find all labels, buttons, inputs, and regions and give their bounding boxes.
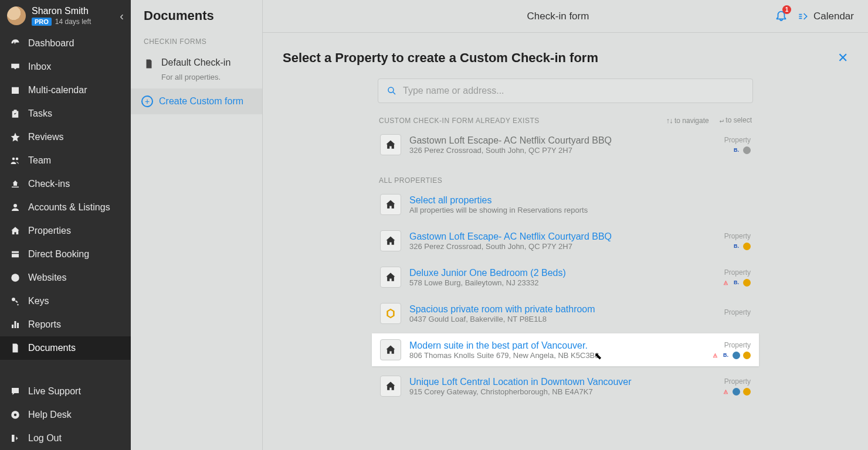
panel-section-label: CHECKIN FORMS	[131, 34, 262, 50]
source-b-icon: B.	[733, 243, 740, 250]
property-search-box[interactable]	[378, 79, 753, 103]
token-icon	[380, 303, 401, 324]
existing-property-row[interactable]: Gastown Loft Escape- AC Netflix Courtyar…	[378, 128, 753, 161]
svg-point-4	[14, 414, 17, 417]
nav-label: Log Out	[28, 433, 62, 444]
create-custom-form-button[interactable]: + Create Custom form	[131, 88, 262, 114]
nav-label: Keys	[28, 296, 49, 306]
nav-item-inbox[interactable]: Inbox	[0, 55, 131, 79]
nav-main: DashboardInboxMulti-calendarTasksReviews…	[0, 32, 131, 360]
nav-item-tasks[interactable]: Tasks	[0, 102, 131, 125]
content: Select a Property to create a Custom Che…	[263, 33, 868, 420]
profile-days: 14 days left	[55, 18, 91, 26]
nav-label: Live Support	[28, 386, 81, 397]
property-title: Unique Loft Central Location in Downtown…	[409, 377, 701, 387]
profile-block[interactable]: Sharon Smith PRO 14 days left ‹	[0, 0, 131, 32]
chevron-left-icon[interactable]: ‹	[120, 9, 124, 23]
source-b-icon: B.	[733, 279, 740, 287]
accounts-icon	[9, 202, 21, 213]
house-icon	[380, 230, 401, 251]
property-row[interactable]: Spacious private room with private bathr…	[378, 297, 753, 330]
house-icon	[380, 134, 401, 155]
keys-icon	[9, 295, 21, 307]
property-address: 915 Corey Gateway, Christopherborough, N…	[409, 387, 701, 396]
dashboard-icon	[9, 38, 21, 49]
source-tripadv-icon	[733, 352, 740, 359]
help-icon	[9, 409, 21, 421]
nav-label: Help Desk	[28, 410, 72, 420]
search-icon	[386, 86, 397, 96]
nav-item-reviews[interactable]: Reviews	[0, 125, 131, 149]
content-heading: Select a Property to create a Custom Che…	[283, 50, 838, 66]
nav-item-team[interactable]: Team	[0, 149, 131, 172]
nav-item-log-out[interactable]: Log Out	[0, 427, 131, 450]
nav-item-keys[interactable]: Keys	[0, 289, 131, 313]
nav-label: Dashboard	[28, 38, 74, 49]
property-address: 806 Thomas Knolls Suite 679, New Angela,…	[409, 351, 701, 360]
nav-item-accounts-listings[interactable]: Accounts & Listings	[0, 196, 131, 219]
team-icon	[9, 155, 21, 166]
select-all-row[interactable]: Select all properties All properties wil…	[378, 188, 753, 221]
nav-item-check-ins[interactable]: Check-ins	[0, 172, 131, 196]
source-air-icon: ◬	[722, 279, 730, 287]
source-gold-icon	[743, 279, 751, 287]
property-title: Deluxe Junior One Bedroom (2 Beds)	[409, 268, 701, 278]
nav-label: Websites	[28, 272, 67, 283]
nav-item-properties[interactable]: Properties	[0, 219, 131, 243]
nav-item-multi-calendar[interactable]: Multi-calendar	[0, 79, 131, 102]
property-address: 578 Lowe Burg, Baileytown, NJ 23332	[409, 278, 701, 287]
calendar-link[interactable]: Calendar	[797, 11, 854, 22]
chat-icon	[9, 386, 21, 397]
property-tag: Property	[710, 308, 751, 316]
property-row[interactable]: Gastown Loft Escape- AC Netflix Courtyar…	[378, 224, 753, 257]
profile-name: Sharon Smith	[32, 6, 114, 16]
property-row[interactable]: Modern suite in the best part of Vancouv…	[372, 333, 759, 366]
panel-title: Documents	[131, 0, 262, 34]
documents-icon	[9, 342, 21, 354]
nav-label: Reviews	[28, 132, 63, 142]
property-row[interactable]: Deluxe Junior One Bedroom (2 Beds)578 Lo…	[378, 261, 753, 294]
nav-item-reports[interactable]: Reports	[0, 313, 131, 336]
property-row[interactable]: Unique Loft Central Location in Downtown…	[378, 370, 753, 403]
property-search-input[interactable]	[403, 86, 744, 96]
nav-item-dashboard[interactable]: Dashboard	[0, 32, 131, 55]
documents-panel: Documents CHECKIN FORMS Default Check-in…	[131, 0, 263, 450]
reports-icon	[9, 319, 21, 330]
properties-icon	[9, 225, 21, 237]
nav-item-documents[interactable]: Documents	[0, 336, 131, 360]
topbar: Check-in form 1 Calendar	[263, 0, 868, 33]
notification-badge: 1	[782, 5, 791, 14]
all-properties-label: ALL PROPERTIES	[378, 176, 753, 185]
house-icon	[380, 194, 401, 215]
checkins-icon	[9, 178, 21, 190]
logout-icon	[9, 432, 21, 444]
star-icon	[9, 131, 21, 143]
nav-label: Accounts & Listings	[28, 202, 110, 213]
svg-point-2	[12, 298, 15, 301]
nav-label: Tasks	[28, 108, 52, 119]
nav-label: Multi-calendar	[28, 85, 87, 96]
directbooking-icon	[9, 248, 21, 260]
nav-item-live-support[interactable]: Live Support	[0, 380, 131, 403]
nav-item-websites[interactable]: Websites	[0, 266, 131, 289]
nav-label: Documents	[28, 343, 76, 353]
close-icon[interactable]: ✕	[838, 50, 848, 66]
document-icon	[144, 59, 154, 69]
source-gold-icon	[743, 243, 751, 250]
source-dot-icon	[743, 146, 751, 154]
source-icons: B.	[710, 146, 751, 154]
pro-badge: PRO	[32, 18, 52, 26]
property-tag: Property	[710, 268, 751, 277]
calendar-toggle-icon	[797, 11, 809, 22]
property-tag: Property	[710, 341, 751, 349]
notifications-button[interactable]: 1	[775, 9, 788, 23]
tasks-icon	[9, 108, 21, 120]
source-b-icon: B.	[722, 352, 730, 359]
nav-item-direct-booking[interactable]: Direct Booking	[0, 243, 131, 266]
default-checkin-item[interactable]: Default Check-in	[131, 50, 262, 73]
select-all-title: Select all properties	[409, 195, 751, 206]
websites-icon	[9, 272, 21, 284]
nav-item-help-desk[interactable]: Help Desk	[0, 403, 131, 427]
nav-label: Inbox	[28, 62, 51, 72]
source-b-icon: B.	[733, 146, 740, 154]
